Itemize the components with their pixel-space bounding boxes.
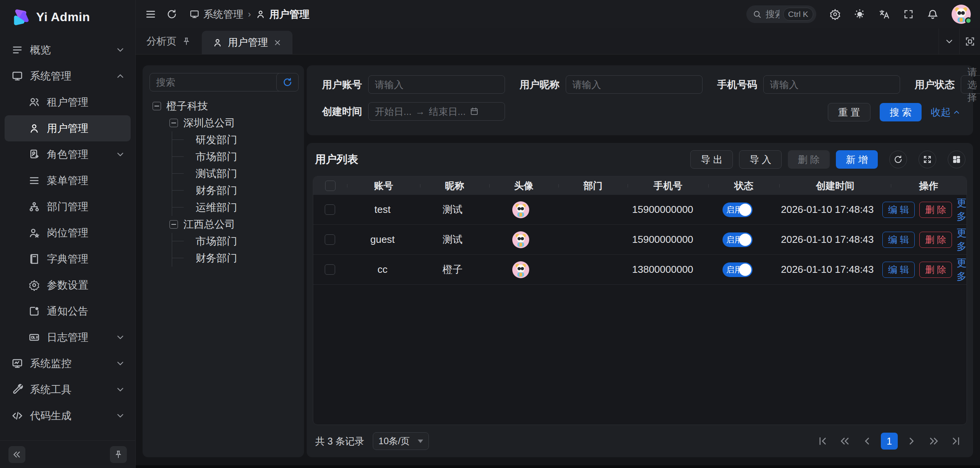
refresh-icon[interactable] [166,9,177,20]
sidebar-item-system-tools[interactable]: 系统工具 [0,377,135,403]
notifications-bell-icon[interactable] [927,8,938,20]
edit-button[interactable]: 编 辑 [882,262,915,278]
first-page-button[interactable] [814,433,831,450]
department-tree-panel: 橙子科技 深圳总公司 研发部门 市场部门 测试部门 财务部门 运维部门 江西总公… [143,65,304,457]
chevron-up-icon [952,108,961,116]
prev-page-button[interactable] [859,433,875,450]
row-checkbox[interactable] [325,204,335,215]
cell-nickname: 测试 [419,203,487,216]
sidebar-item-user-management[interactable]: 用户管理 [5,115,131,141]
status-toggle[interactable]: 启用 [723,262,752,277]
phone-input[interactable] [763,75,900,94]
tree-node-shenzhen-hq[interactable]: 深圳总公司 [149,115,297,131]
last-page-button[interactable] [948,433,965,450]
tab-user-management[interactable]: 用户管理 [202,31,292,54]
sidebar-item-dict-management[interactable]: 字典管理 [0,246,135,272]
language-icon[interactable] [879,8,890,20]
search-button[interactable]: 搜 索 [880,103,922,121]
next-page-button[interactable] [903,433,920,450]
sidebar-item-dept-management[interactable]: 部门管理 [0,194,135,220]
export-button[interactable]: 导 出 [690,150,733,169]
page-size-select[interactable]: 10条/页 [373,432,429,450]
batch-delete-button[interactable]: 删 除 [788,150,830,169]
row-avatar[interactable] [512,201,530,219]
content-maximize-button[interactable] [959,28,980,54]
tree-refresh-button[interactable] [276,73,299,91]
more-link[interactable]: 更多 [957,256,967,283]
sidebar-item-post-management[interactable]: 岗位管理 [0,220,135,246]
global-search-input[interactable] [766,9,779,20]
nickname-input[interactable] [566,75,703,94]
table-refresh-button[interactable] [889,151,907,168]
more-link[interactable]: 更多 [957,226,967,253]
tree-node-finance-dept[interactable]: 财务部门 [149,182,297,199]
reset-button[interactable]: 重 置 [828,103,870,121]
settings-gear-icon[interactable] [829,8,841,20]
tree-collapse-icon[interactable] [169,119,178,127]
sidebar-item-param-settings[interactable]: 参数设置 [0,272,135,298]
tree-node-market-dept[interactable]: 市场部门 [149,148,297,165]
row-checkbox[interactable] [325,264,335,275]
tab-analysis[interactable]: 分析页 [136,28,202,54]
tree-node-jx-market-dept[interactable]: 市场部门 [149,233,297,250]
column-settings-button[interactable] [948,151,965,168]
sidebar-collapse-button[interactable] [8,446,25,463]
row-avatar[interactable] [512,231,530,249]
collapse-filters-link[interactable]: 收起 [931,106,961,119]
logo: Yi Admin [0,0,135,34]
row-checkbox[interactable] [325,234,335,245]
edit-button[interactable]: 编 辑 [882,232,915,248]
sidebar-item-system-management[interactable]: 系统管理 [0,63,135,89]
tree-collapse-icon[interactable] [153,102,161,110]
sidebar-item-notice-announcement[interactable]: 通知公告 [0,298,135,324]
created-daterange-picker[interactable]: 开始日... → 结束日... [368,102,505,121]
pin-icon[interactable] [182,37,191,46]
current-page[interactable]: 1 [881,433,898,450]
close-icon[interactable] [273,38,282,47]
tree-node-jiangxi-hq[interactable]: 江西总公司 [149,216,297,233]
sidebar-item-menu-management[interactable]: 菜单管理 [0,168,135,194]
sidebar-item-log-management[interactable]: 日志管理 [0,324,135,350]
tree-collapse-icon[interactable] [169,220,178,229]
account-input[interactable] [368,75,505,94]
status-select[interactable]: 请选择 [961,75,980,94]
add-button[interactable]: 新 增 [836,150,878,169]
sidebar-item-overview[interactable]: 概览 [0,37,135,63]
sidebar-pin-button[interactable] [110,446,127,463]
more-link[interactable]: 更多 [957,196,967,223]
breadcrumb-current[interactable]: 用户管理 [256,8,309,21]
sidebar-item-system-monitor[interactable]: 系统监控 [0,350,135,377]
theme-sun-icon[interactable] [854,8,865,20]
filter-panel: 用户账号 用户昵称 手机号码 用户状态 请选择 创建时间 开始日... → 结束… [307,65,973,135]
tab-list-dropdown-button[interactable] [938,28,959,54]
delete-button[interactable]: 删 除 [919,232,952,248]
tree-node-test-dept[interactable]: 测试部门 [149,165,297,182]
global-search[interactable]: Ctrl K [746,5,816,23]
delete-button[interactable]: 删 除 [919,262,952,278]
tree-node-ops-dept[interactable]: 运维部门 [149,199,297,216]
select-all-checkbox[interactable] [325,181,336,191]
fullscreen-icon[interactable] [903,9,914,20]
user-avatar[interactable] [952,5,971,24]
sidebar-item-tenant-management[interactable]: 租户管理 [0,89,135,115]
tree-node-rd-dept[interactable]: 研发部门 [149,131,297,148]
edit-button[interactable]: 编 辑 [882,202,915,218]
fast-backward-button[interactable] [836,433,853,450]
delete-button[interactable]: 删 除 [919,202,952,218]
menu-toggle-icon[interactable] [145,8,156,20]
tree-node-jx-finance-dept[interactable]: 财务部门 [149,250,297,267]
status-toggle[interactable]: 启用 [723,202,752,217]
status-toggle[interactable]: 启用 [723,232,752,247]
sidebar-item-role-management[interactable]: 角色管理 [0,141,135,168]
sidebar-item-code-generation[interactable]: 代码生成 [0,403,135,429]
breadcrumb-section[interactable]: 系统管理 [189,8,243,21]
table-fullscreen-button[interactable] [919,151,936,168]
bottom-strip [136,465,980,468]
import-button[interactable]: 导 入 [739,150,782,169]
tree-node-company[interactable]: 橙子科技 [149,98,297,115]
table-row: cc 橙子 13800000000 启用 [313,255,967,285]
fast-forward-button[interactable] [925,433,942,450]
row-avatar[interactable] [512,261,530,279]
tree-search-input[interactable] [149,73,297,91]
col-ops: 操作 [891,179,967,192]
